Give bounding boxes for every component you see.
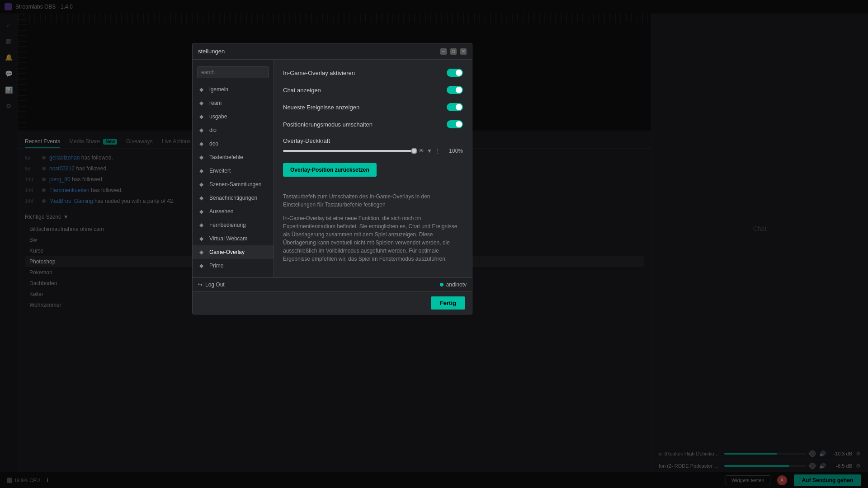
settings-nav-virtual-webcam[interactable]: ◆ Virtual Webcam	[193, 232, 274, 245]
info-text-2: In-Game-Overlay ist eine neue Funktion, …	[283, 214, 463, 263]
chat-anzeigen-toggle[interactable]	[447, 86, 463, 94]
overlay-deckkraft-label: Overlay-Deckkraft	[283, 137, 463, 144]
settings-nav-icon-game-overlay: ◆	[199, 249, 206, 255]
settings-nav-icon-video: ◆	[199, 141, 206, 147]
positionierungsmodus-row: Positionierungsmodus umschalten	[283, 120, 463, 128]
dialog-title: stellungen	[198, 48, 225, 55]
slider-row: 👁 ▼ ⋮ 100%	[283, 148, 463, 154]
slider-fill	[283, 150, 414, 152]
settings-nav-icon-prime: ◆	[199, 263, 206, 269]
dialog-bottom-bar: ↪ Log Out andinotv	[193, 277, 472, 291]
reset-overlay-button[interactable]: Overlay-Position zurücksetzen	[283, 163, 377, 177]
settings-nav-erweitert[interactable]: ◆ Erweitert	[193, 164, 274, 178]
settings-nav-ausgabe[interactable]: ◆ usgabe	[193, 110, 274, 123]
settings-nav-label-virtual-webcam: Virtual Webcam	[209, 235, 247, 242]
settings-search-input[interactable]	[197, 66, 269, 78]
slider-eye-icon[interactable]: 👁	[419, 148, 424, 154]
chat-anzeigen-row: Chat anzeigen	[283, 86, 463, 94]
settings-nav-icon-erweitert: ◆	[199, 168, 206, 174]
settings-nav-label-erweitert: Erweitert	[209, 168, 231, 174]
in-game-overlay-toggle[interactable]	[447, 69, 463, 77]
in-game-overlay-label: In-Game-Overlay aktivieren	[283, 70, 355, 76]
overlay-deckkraft-value: 100%	[445, 148, 463, 154]
slider-track[interactable]	[283, 150, 414, 152]
chat-anzeigen-label: Chat anzeigen	[283, 87, 321, 94]
settings-nav-video[interactable]: ◆ deo	[193, 137, 274, 150]
dialog-body: ◆ lgemein ◆ ream ◆ usgabe ◆ dio ◆ deo ◆ …	[193, 60, 472, 277]
settings-nav-icon-virtual-webcam: ◆	[199, 235, 206, 242]
settings-nav-label-allgemein: lgemein	[209, 86, 228, 93]
settings-nav-benachrichtigungen[interactable]: ◆ Benachrichtigungen	[193, 191, 274, 205]
dialog-maximize-button[interactable]: □	[450, 48, 457, 55]
settings-nav-label-benachrichtigungen: Benachrichtigungen	[209, 195, 257, 201]
dialog-footer: Fertig	[193, 291, 472, 314]
settings-nav-allgemein[interactable]: ◆ lgemein	[193, 83, 274, 96]
settings-nav-tastenbefehle[interactable]: ◆ Tastenbefehle	[193, 150, 274, 164]
settings-nav-label-szenen-sammlungen: Szenen-Sammlungen	[209, 181, 261, 188]
settings-dialog: stellungen ─ □ ✕ ◆ lgemein ◆ ream ◆ usga…	[192, 43, 472, 314]
slider-chevron-icon[interactable]: ▼	[427, 148, 432, 154]
settings-nav-icon-stream: ◆	[199, 100, 206, 106]
neueste-ereignisse-label: Neueste Ereignisse anzeigen	[283, 104, 359, 111]
neueste-ereignisse-row: Neueste Ereignisse anzeigen	[283, 103, 463, 111]
dialog-minimize-button[interactable]: ─	[440, 48, 447, 55]
in-game-overlay-row: In-Game-Overlay aktivieren	[283, 69, 463, 77]
settings-nav-label-tastenbefehle: Tastenbefehle	[209, 154, 243, 160]
settings-nav-szenen-sammlungen[interactable]: ◆ Szenen-Sammlungen	[193, 178, 274, 191]
settings-nav-label-audio: dio	[209, 127, 217, 133]
settings-nav-label-aussehen: Aussehen	[209, 208, 233, 215]
settings-nav-prime[interactable]: ◆ Prime	[193, 259, 274, 272]
slider-icons: 👁 ▼ ⋮	[419, 148, 440, 154]
settings-nav-icon-ausgabe: ◆	[199, 113, 206, 120]
settings-nav-label-prime: Prime	[209, 263, 223, 269]
settings-nav-icon-szenen-sammlungen: ◆	[199, 181, 206, 188]
settings-nav-game-overlay[interactable]: ◆ Game-Overlay	[193, 245, 274, 259]
dialog-close-button[interactable]: ✕	[460, 48, 467, 55]
settings-nav-label-ausgabe: usgabe	[209, 113, 227, 120]
settings-nav: ◆ lgemein ◆ ream ◆ usgabe ◆ dio ◆ deo ◆ …	[193, 83, 274, 272]
info-text-1: Tastaturbefeh zum Umschalten des In-Game…	[283, 192, 463, 209]
reset-btn-container: Overlay-Position zurücksetzen	[283, 163, 463, 186]
positionierungsmodus-label: Positionierungsmodus umschalten	[283, 121, 373, 128]
logout-button[interactable]: ↪ Log Out	[198, 282, 225, 288]
settings-nav-aussehen[interactable]: ◆ Aussehen	[193, 205, 274, 218]
settings-nav-icon-allgemein: ◆	[199, 86, 206, 93]
settings-nav-icon-aussehen: ◆	[199, 208, 206, 215]
settings-nav-audio[interactable]: ◆ dio	[193, 123, 274, 137]
settings-content: In-Game-Overlay aktivieren Chat anzeigen…	[274, 60, 472, 277]
settings-nav-fernbedienung[interactable]: ◆ Fernbedienung	[193, 218, 274, 232]
user-indicator: andinotv	[440, 282, 467, 288]
settings-sidebar: ◆ lgemein ◆ ream ◆ usgabe ◆ dio ◆ deo ◆ …	[193, 60, 274, 277]
positionierungsmodus-toggle[interactable]	[447, 120, 463, 128]
settings-nav-label-fernbedienung: Fernbedienung	[209, 222, 246, 228]
slider-knob[interactable]	[411, 148, 417, 154]
settings-nav-label-stream: ream	[209, 100, 222, 106]
dialog-titlebar: stellungen ─ □ ✕	[193, 43, 472, 60]
logout-icon: ↪	[198, 282, 203, 288]
settings-nav-label-game-overlay: Game-Overlay	[209, 249, 245, 255]
settings-nav-icon-fernbedienung: ◆	[199, 222, 206, 228]
settings-nav-icon-tastenbefehle: ◆	[199, 154, 206, 160]
done-button[interactable]: Fertig	[431, 296, 465, 310]
settings-nav-stream[interactable]: ◆ ream	[193, 96, 274, 110]
slider-more-icon[interactable]: ⋮	[435, 148, 440, 154]
neueste-ereignisse-toggle[interactable]	[447, 103, 463, 111]
settings-nav-icon-benachrichtigungen: ◆	[199, 195, 206, 201]
dialog-controls: ─ □ ✕	[440, 48, 467, 55]
user-status-dot	[440, 283, 443, 286]
overlay-deckkraft-section: Overlay-Deckkraft 👁 ▼ ⋮ 100%	[283, 137, 463, 154]
settings-nav-label-video: deo	[209, 141, 218, 147]
settings-nav-icon-audio: ◆	[199, 127, 206, 133]
